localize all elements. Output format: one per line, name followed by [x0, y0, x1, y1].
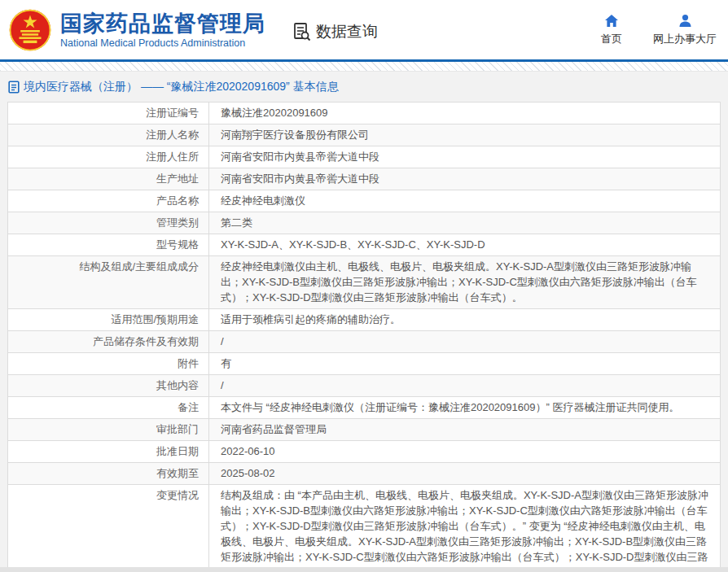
agency-brand[interactable]: 国家药品监督管理局 National Medical Products Admi…: [8, 8, 265, 52]
row-label: 型号规格: [8, 234, 209, 255]
row-value: 2025-08-02: [209, 463, 720, 484]
registration-info-table: 注册证编号豫械注准20202091609注册人名称河南翔宇医疗设备股份有限公司注…: [7, 102, 721, 572]
table-row: 产品储存条件及有效期/: [8, 331, 720, 353]
header-nav: 首页 网上办事大厅: [601, 13, 717, 46]
row-label: 注册证编号: [8, 103, 209, 124]
table-row: 变更情况结构及组成：由 “本产品由主机、电极线、电极片、电极夹组成。XY-K-S…: [8, 485, 720, 572]
row-label: 注册人住所: [8, 146, 209, 168]
row-label: 审批部门: [8, 419, 209, 440]
row-label: 其他内容: [8, 375, 209, 396]
footer-strip: [0, 567, 728, 572]
row-value: 2022-06-10: [209, 441, 720, 462]
home-icon: [604, 13, 619, 28]
breadcrumb-text: 境内医疗器械（注册） —— “豫械注准20202091609” 基本信息: [24, 80, 339, 94]
row-value: /: [209, 375, 720, 396]
row-label: 附件: [8, 353, 209, 374]
agency-name-en: National Medical Products Administration: [60, 37, 265, 49]
table-row: 注册人名称河南翔宇医疗设备股份有限公司: [8, 124, 720, 146]
row-label: 备注: [8, 397, 209, 418]
table-row: 型号规格XY-K-SJD-A、XY-K-SJD-B、XY-K-SJD-C、XY-…: [8, 234, 720, 256]
data-query-entry[interactable]: 数据查询: [292, 21, 378, 42]
row-value: 有: [209, 353, 720, 374]
hatch-divider: [0, 62, 728, 72]
row-value: 适用于颈椎病引起的疼痛的辅助治疗。: [209, 309, 720, 330]
row-value: 河南省安阳市内黄县帝喾大道中段: [209, 168, 720, 190]
row-label: 管理类别: [8, 212, 209, 234]
row-value: 河南翔宇医疗设备股份有限公司: [209, 124, 720, 146]
national-emblem-logo: [8, 8, 52, 52]
row-label: 注册人名称: [8, 124, 209, 146]
row-value: 河南省药品监督管理局: [209, 419, 720, 440]
table-row: 结构及组成/主要组成成分经皮神经电刺激仪由主机、电极线、电极片、电极夹组成。XY…: [8, 256, 720, 309]
row-label: 结构及组成/主要组成成分: [8, 256, 209, 308]
table-row: 管理类别第二类: [8, 212, 720, 234]
row-value: 经皮神经电刺激仪: [209, 190, 720, 212]
row-label: 批准日期: [8, 441, 209, 462]
row-value: XY-K-SJD-A、XY-K-SJD-B、XY-K-SJD-C、XY-K-SJ…: [209, 234, 720, 255]
table-row: 有效期至2025-08-02: [8, 463, 720, 485]
document-search-icon: [292, 21, 313, 42]
row-value: 河南省安阳市内黄县帝喾大道中段: [209, 146, 720, 168]
breadcrumb: 境内医疗器械（注册） —— “豫械注准20202091609” 基本信息: [0, 72, 728, 102]
nav-item-service-hall[interactable]: 网上办事大厅: [653, 13, 717, 46]
row-label: 产品储存条件及有效期: [8, 331, 209, 352]
nav-item-home[interactable]: 首页: [601, 13, 622, 46]
table-row: 适用范围/预期用途适用于颈椎病引起的疼痛的辅助治疗。: [8, 309, 720, 331]
site-header: 国家药品监督管理局 National Medical Products Admi…: [0, 0, 728, 59]
section-title: 数据查询: [316, 21, 378, 42]
row-value: /: [209, 331, 720, 352]
row-label: 产品名称: [8, 190, 209, 212]
row-label: 有效期至: [8, 463, 209, 484]
table-row: 生产地址河南省安阳市内黄县帝喾大道中段: [8, 168, 720, 190]
nav-label-service-hall: 网上办事大厅: [653, 32, 717, 46]
table-row: 其他内容/: [8, 375, 720, 397]
row-value: 结构及组成：由 “本产品由主机、电极线、电极片、电极夹组成。XY-K-SJD-A…: [209, 485, 720, 572]
row-value: 豫械注准20202091609: [209, 103, 720, 124]
table-row: 注册证编号豫械注准20202091609: [8, 103, 720, 124]
row-label: 变更情况: [8, 485, 209, 572]
table-row: 注册人住所河南省安阳市内黄县帝喾大道中段: [8, 146, 720, 168]
table-row: 审批部门河南省药品监督管理局: [8, 419, 720, 441]
row-value: 第二类: [209, 212, 720, 234]
row-value: 经皮神经电刺激仪由主机、电极线、电极片、电极夹组成。XY-K-SJD-A型刺激仪…: [209, 256, 720, 308]
table-row: 备注本文件与 “经皮神经电刺激仪（注册证编号：豫械注准20202091609）”…: [8, 397, 720, 419]
table-row: 产品名称经皮神经电刺激仪: [8, 190, 720, 212]
table-row: 附件有: [8, 353, 720, 375]
user-icon: [678, 13, 692, 28]
page-icon: [8, 81, 20, 94]
row-label: 适用范围/预期用途: [8, 309, 209, 330]
nav-label-home: 首页: [601, 32, 622, 46]
row-label: 生产地址: [8, 168, 209, 190]
row-value: 本文件与 “经皮神经电刺激仪（注册证编号：豫械注准20202091609）” 医…: [209, 397, 720, 418]
agency-name-cn: 国家药品监督管理局: [60, 11, 265, 36]
table-row: 批准日期2022-06-10: [8, 441, 720, 463]
